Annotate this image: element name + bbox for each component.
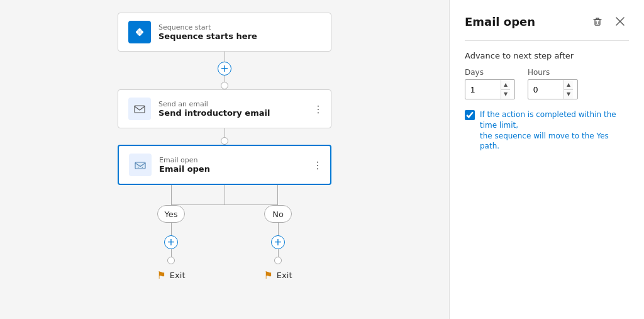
days-input-wrapper: ▲ ▼ bbox=[465, 79, 515, 99]
yes-exit-flag: ⚑ bbox=[157, 269, 166, 281]
branch-split bbox=[118, 185, 331, 205]
yes-path-checkbox[interactable] bbox=[465, 110, 475, 120]
connector-line-2 bbox=[225, 128, 225, 137]
branch-container: Yes + ⚑ Exit No bbox=[118, 185, 331, 281]
days-spinners: ▲ ▼ bbox=[501, 80, 510, 99]
branch-horizontal bbox=[171, 204, 278, 205]
checkbox-text-line1: If the action is completed within the ti… bbox=[480, 110, 616, 130]
add-step-no-btn[interactable]: + bbox=[271, 235, 285, 249]
svg-rect-5 bbox=[135, 106, 145, 113]
checkbox-label-text: If the action is completed within the ti… bbox=[480, 109, 629, 152]
email-open-node[interactable]: Email open Email open ⋮ bbox=[118, 145, 331, 185]
connector-line-1b bbox=[225, 76, 225, 82]
sequence-start-title: Sequence starts here bbox=[158, 31, 257, 41]
connector-line-1 bbox=[225, 52, 225, 62]
svg-point-1 bbox=[136, 31, 138, 33]
add-step-btn-1[interactable]: + bbox=[218, 62, 231, 76]
panel-title: Email open bbox=[465, 15, 535, 28]
yes-branch-label[interactable]: Yes bbox=[157, 205, 185, 223]
email-open-menu-btn[interactable]: ⋮ bbox=[313, 159, 323, 171]
email-open-icon bbox=[129, 154, 152, 176]
send-email-node[interactable]: Send an email Send introductory email ⋮ bbox=[118, 89, 331, 128]
branch-left-vertical bbox=[171, 185, 172, 205]
no-exit-flag: ⚑ bbox=[264, 269, 273, 281]
connector-circle-2 bbox=[221, 137, 228, 145]
email-open-title: Email open bbox=[159, 164, 210, 174]
delete-button[interactable] bbox=[589, 13, 606, 30]
svg-rect-7 bbox=[595, 20, 600, 25]
add-step-yes-btn[interactable]: + bbox=[164, 235, 178, 249]
panel-header: Email open bbox=[465, 13, 629, 30]
trash-icon bbox=[592, 16, 603, 27]
yes-branch-line bbox=[171, 223, 172, 235]
sequence-start-text: Sequence start Sequence starts here bbox=[158, 23, 257, 41]
connector-1: + bbox=[218, 52, 231, 89]
days-input[interactable] bbox=[465, 82, 501, 97]
hours-input-wrapper: ▲ ▼ bbox=[528, 79, 578, 99]
no-branch-label[interactable]: No bbox=[264, 205, 292, 223]
send-email-menu-btn[interactable]: ⋮ bbox=[313, 103, 323, 115]
yes-branch: Yes + ⚑ Exit bbox=[118, 205, 225, 281]
checkbox-row: If the action is completed within the ti… bbox=[465, 109, 629, 152]
hours-decrement-btn[interactable]: ▼ bbox=[564, 90, 573, 99]
send-email-title: Send introductory email bbox=[158, 108, 270, 118]
sequence-start-icon bbox=[128, 21, 151, 43]
yes-after-plus-line bbox=[171, 249, 172, 257]
checkbox-sequence-link[interactable]: sequence bbox=[495, 132, 531, 140]
send-email-icon bbox=[128, 98, 151, 120]
connector-circle-1 bbox=[221, 82, 228, 89]
no-exit: ⚑ Exit bbox=[264, 269, 292, 281]
no-connector-circle bbox=[274, 257, 282, 264]
days-increment-btn[interactable]: ▲ bbox=[501, 80, 510, 89]
sequence-start-node[interactable]: Sequence start Sequence starts here bbox=[118, 13, 331, 52]
panel-header-actions bbox=[589, 13, 629, 30]
no-after-plus-line bbox=[278, 249, 279, 257]
close-button[interactable] bbox=[611, 13, 629, 30]
svg-point-2 bbox=[141, 31, 143, 33]
send-email-text: Send an email Send introductory email bbox=[158, 100, 270, 118]
sequence-start-subtitle: Sequence start bbox=[158, 23, 257, 31]
send-email-subtitle: Send an email bbox=[158, 100, 270, 108]
checkbox-text-line2: the sequence will move to the Yes path. bbox=[480, 132, 609, 151]
flow-canvas: Sequence start Sequence starts here + Se… bbox=[0, 0, 449, 319]
svg-rect-6 bbox=[135, 162, 145, 169]
hours-increment-btn[interactable]: ▲ bbox=[564, 80, 573, 89]
email-open-subtitle: Email open bbox=[159, 156, 210, 164]
days-decrement-btn[interactable]: ▼ bbox=[501, 90, 510, 99]
days-input-group: Days ▲ ▼ bbox=[465, 68, 515, 99]
no-branch: No + ⚑ Exit bbox=[225, 205, 331, 281]
time-inputs: Days ▲ ▼ Hours ▲ bbox=[465, 68, 629, 99]
branch-right-vertical bbox=[277, 185, 278, 205]
hours-input[interactable] bbox=[528, 82, 564, 97]
branches-row: Yes + ⚑ Exit No bbox=[118, 205, 331, 281]
days-label: Days bbox=[465, 68, 515, 77]
no-exit-label: Exit bbox=[277, 271, 292, 280]
close-icon bbox=[615, 16, 625, 26]
flow-nodes-container: Sequence start Sequence starts here + Se… bbox=[118, 13, 331, 281]
advance-label: Advance to next step after bbox=[465, 51, 629, 60]
svg-point-3 bbox=[138, 28, 141, 31]
hours-input-group: Hours ▲ ▼ bbox=[528, 68, 578, 99]
svg-point-4 bbox=[138, 33, 141, 36]
hours-spinners: ▲ ▼ bbox=[564, 80, 573, 99]
email-open-text: Email open Email open bbox=[159, 156, 210, 174]
yes-exit: ⚑ Exit bbox=[157, 269, 186, 281]
yes-connector-circle bbox=[167, 257, 175, 264]
yes-exit-label: Exit bbox=[170, 271, 186, 280]
branch-vertical-center bbox=[225, 185, 225, 205]
right-panel: Email open Advance to next step after bbox=[449, 0, 644, 319]
no-branch-line bbox=[278, 223, 279, 235]
panel-divider bbox=[465, 40, 629, 41]
hours-label: Hours bbox=[528, 68, 578, 77]
connector-2 bbox=[221, 128, 228, 145]
panel-body: Advance to next step after Days ▲ ▼ Hour… bbox=[465, 51, 629, 152]
